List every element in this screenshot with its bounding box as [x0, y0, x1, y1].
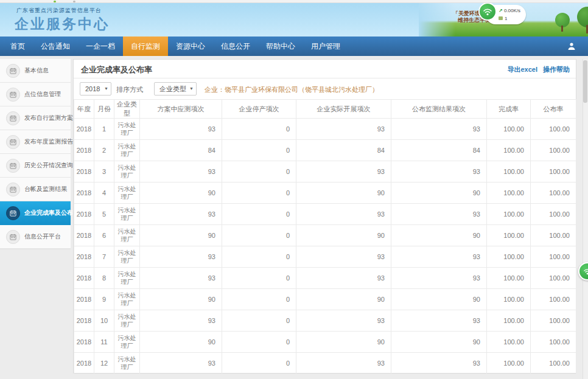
table-cell: 100.00	[487, 332, 531, 353]
sidebar-item-basic-info[interactable]: 基本信息	[0, 59, 71, 83]
sidebar-item-publish-annual-report[interactable]: 发布年度监测报告	[0, 130, 71, 154]
table-cell: 90	[391, 225, 487, 246]
table-cell: 90	[140, 289, 222, 310]
floating-network-ball[interactable]	[578, 262, 588, 280]
table-cell: 2018	[74, 204, 94, 225]
table-cell: 93	[296, 119, 391, 140]
table-cell: 2018	[74, 268, 94, 289]
sidebar-item-history-disclosure-query[interactable]: 历史公开情况查询	[0, 154, 71, 178]
export-excel-link[interactable]: 导出excel	[507, 66, 537, 73]
network-speed-lines: ↗ 0.00K/s 1	[499, 7, 520, 23]
column-header: 月份	[94, 100, 114, 119]
sidebar-item-label: 历史公开情况查询	[24, 161, 73, 170]
year-select-value: 2018	[85, 85, 100, 92]
table-cell: 90	[140, 183, 222, 204]
year-select[interactable]: 2018 ▼	[80, 82, 111, 96]
help-link[interactable]: 操作帮助	[543, 66, 570, 73]
table-cell: 100.00	[531, 289, 576, 310]
nav-item-help-center[interactable]: 帮助中心	[258, 37, 303, 56]
calendar-icon	[6, 64, 20, 78]
table-cell: 污水处理厂	[114, 119, 140, 140]
nav-item-home[interactable]: 首页	[2, 37, 33, 56]
sidebar-item-completion-publication-rate[interactable]: 企业完成率及公布率	[0, 201, 71, 225]
table-cell: 2018	[74, 140, 94, 161]
sidebar-item-point-info-management[interactable]: 点位信息管理	[0, 83, 71, 106]
table-cell: 1	[94, 119, 114, 140]
nav-items: 首页 公告通知 一企一档 自行监测 资源中心 信息公开 帮助中心 用户管理	[2, 37, 348, 56]
table-cell: 93	[140, 310, 222, 332]
table-row: 20183污水处理厂9309393100.00100.00	[74, 161, 576, 183]
table-cell: 7	[94, 246, 114, 268]
table-cell: 100.00	[531, 246, 576, 268]
nav-item-user-management[interactable]: 用户管理	[303, 37, 348, 56]
table-cell: 0	[222, 119, 296, 140]
table-cell: 93	[296, 204, 391, 225]
table-cell: 100.00	[487, 225, 531, 246]
table-cell: 90	[140, 332, 222, 353]
table-cell: 100.00	[487, 204, 531, 225]
table-cell: 污水处理厂	[114, 204, 140, 225]
table-cell: 污水处理厂	[114, 353, 140, 374]
table-cell: 10	[94, 310, 114, 332]
nav-item-self-monitoring[interactable]: 自行监测	[123, 37, 168, 56]
table-body: 20181污水处理厂9309393100.00100.0020182污水处理厂8…	[74, 119, 576, 374]
nav-item-info-disclosure[interactable]: 信息公开	[213, 37, 258, 56]
table-cell: 2018	[74, 183, 94, 204]
nav-item-enterprise-archive[interactable]: 一企一档	[78, 37, 123, 56]
table-cell: 100.00	[487, 353, 531, 374]
table-cell: 污水处理厂	[114, 225, 140, 246]
calendar-icon	[6, 230, 20, 244]
platform-name: 广东省重点污染源监管信息平台	[16, 7, 102, 15]
scrollbar-thumb[interactable]	[583, 60, 587, 103]
table-cell: 0	[222, 161, 296, 183]
table-cell: 93	[140, 204, 222, 225]
table-cell: 0	[222, 268, 296, 289]
nav-item-resource-center[interactable]: 资源中心	[168, 37, 213, 56]
panel-links: 导出excel 操作帮助	[503, 65, 570, 74]
table-cell: 0	[222, 140, 296, 161]
nav-item-notices[interactable]: 公告通知	[33, 37, 78, 56]
completion-rate-table: 年度月份企业类型方案中应测项次企业停产项次企业实际开展项次公布监测结果项次完成率…	[74, 99, 576, 374]
table-row: 201811污水处理厂9009090100.00100.00	[74, 332, 576, 353]
table-cell: 90	[391, 183, 487, 204]
table-cell: 11	[94, 332, 114, 353]
sidebar-item-info-disclosure-platform[interactable]: 信息公开平台	[0, 225, 71, 249]
sort-label: 排序方式	[116, 85, 143, 94]
table-cell: 12	[94, 353, 114, 374]
table-cell: 93	[391, 161, 487, 183]
table-cell: 100.00	[531, 268, 576, 289]
sidebar-item-ledger-and-results[interactable]: 台帐及监测结果	[0, 178, 71, 201]
table-cell: 93	[140, 268, 222, 289]
sidebar-item-publish-self-monitoring-plan[interactable]: 发布自行监测方案	[0, 106, 71, 130]
column-header: 方案中应测项次	[140, 100, 222, 119]
table-cell: 93	[296, 161, 391, 183]
user-icon[interactable]	[567, 42, 576, 50]
main-nav: 首页 公告通知 一企一档 自行监测 资源中心 信息公开 帮助中心 用户管理	[0, 37, 588, 56]
table-row: 20189污水处理厂9009090100.00100.00	[74, 289, 576, 310]
table-row: 201810污水处理厂9309393100.00100.00	[74, 310, 576, 332]
column-header: 企业类型	[114, 100, 140, 119]
table-cell: 5	[94, 204, 114, 225]
enterprise-type-select[interactable]: 企业类型 ▼	[154, 82, 197, 96]
chevron-down-icon: ▼	[104, 83, 108, 95]
table-cell: 100.00	[487, 310, 531, 332]
table-cell: 100.00	[487, 268, 531, 289]
table-row: 20186污水处理厂9009090100.00100.00	[74, 225, 576, 246]
network-speed-widget[interactable]: ↗ 0.00K/s 1	[486, 5, 526, 24]
calendar-icon	[6, 206, 20, 220]
calendar-icon	[6, 135, 20, 149]
table-cell: 污水处理厂	[114, 161, 140, 183]
folder-icon	[499, 16, 503, 20]
sidebar: 基本信息点位信息管理发布自行监测方案发布年度监测报告历史公开情况查询台帐及监测结…	[0, 59, 71, 249]
table-cell: 2018	[74, 332, 94, 353]
table-cell: 4	[94, 183, 114, 204]
table-cell: 100.00	[531, 225, 576, 246]
sidebar-item-label: 台帐及监测结果	[24, 185, 67, 193]
table-cell: 3	[94, 161, 114, 183]
table-cell: 100.00	[487, 246, 531, 268]
page-scrollbar[interactable]	[583, 59, 588, 379]
table-cell: 90	[140, 225, 222, 246]
sidebar-item-label: 点位信息管理	[24, 90, 61, 99]
table-cell: 93	[140, 353, 222, 374]
table-cell: 93	[140, 119, 222, 140]
